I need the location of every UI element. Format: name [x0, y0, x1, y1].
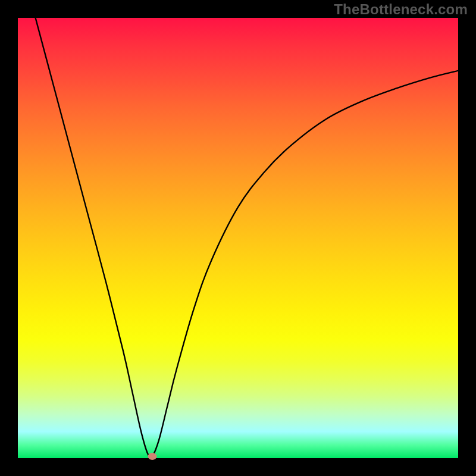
bottleneck-curve-path [36, 18, 458, 458]
plot-area [18, 18, 458, 458]
curve-svg [18, 18, 458, 458]
chart-frame: TheBottleneck.com [0, 0, 476, 476]
minimum-marker [148, 453, 156, 460]
watermark-text: TheBottleneck.com [334, 1, 468, 18]
